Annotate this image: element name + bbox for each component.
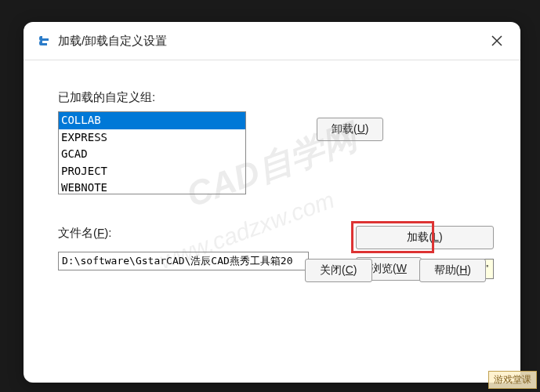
app-icon — [38, 34, 52, 48]
list-item[interactable]: PROJECT — [59, 163, 245, 180]
loaded-groups-label: 已加载的自定义组: — [58, 90, 486, 105]
filename-input[interactable] — [58, 252, 309, 270]
close-button[interactable]: 关闭(C) — [305, 259, 371, 282]
corner-badge: 游戏堂课 — [488, 371, 537, 389]
help-button[interactable]: 帮助(H) — [419, 259, 486, 282]
loaded-groups-listbox[interactable]: COLLAB EXPRESS GCAD PROJECT WEBNOTE — [58, 111, 246, 194]
close-icon[interactable] — [487, 31, 506, 50]
dialog-window: 加载/卸载自定义设置 CAD自学网 www.cadzxw.com 已加载的自定义… — [24, 22, 520, 383]
dialog-content: CAD自学网 www.cadzxw.com 已加载的自定义组: COLLAB E… — [24, 60, 520, 296]
list-item[interactable]: EXPRESS — [59, 129, 245, 147]
load-button[interactable]: 加载(L) — [356, 226, 494, 249]
list-item[interactable]: WEBNOTE — [59, 180, 245, 194]
list-item[interactable]: COLLAB — [59, 112, 245, 129]
dialog-title: 加载/卸载自定义设置 — [58, 34, 487, 49]
dialog-footer: 关闭(C) 帮助(H) — [305, 259, 486, 282]
list-item[interactable]: GCAD — [59, 146, 245, 163]
unload-button[interactable]: 卸载(U) — [317, 118, 383, 141]
filename-label: 文件名(F): — [58, 226, 309, 241]
titlebar: 加载/卸载自定义设置 — [24, 22, 520, 60]
